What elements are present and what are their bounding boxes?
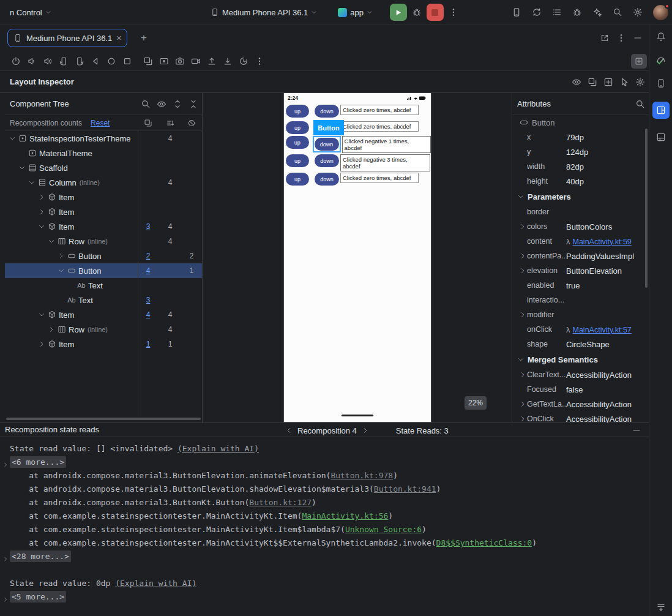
camera-icon[interactable]: [175, 56, 185, 66]
running-devices-tool-button[interactable]: [652, 102, 670, 119]
fold-chip[interactable]: <5 more...>: [10, 591, 66, 603]
down-button[interactable]: down: [315, 154, 339, 167]
collapse-all-icon[interactable]: [189, 99, 198, 109]
recomposition-count-link[interactable]: 4: [137, 310, 159, 319]
tree-row[interactable]: MaterialTheme: [5, 146, 202, 160]
tree-view-options-icon[interactable]: [157, 99, 166, 109]
chevron-right-icon[interactable]: [37, 208, 47, 216]
expand-icon[interactable]: [518, 415, 527, 423]
recomposition-count-link[interactable]: 2: [137, 252, 159, 260]
vcs-widget[interactable]: n Control: [6, 6, 55, 20]
attribute-row[interactable]: contentλMainActivity.kt:59: [512, 234, 649, 249]
new-tab-button[interactable]: +: [137, 31, 151, 45]
up-button[interactable]: up: [286, 173, 309, 186]
up-button[interactable]: up: [286, 105, 309, 118]
view-options-icon[interactable]: [572, 77, 581, 87]
scroll-to-end-icon[interactable]: [656, 603, 666, 612]
attribute-row[interactable]: border: [512, 205, 649, 219]
highlight-off-icon[interactable]: [187, 119, 196, 127]
profiler-icon[interactable]: [656, 55, 666, 65]
device-selector[interactable]: Medium Phone API 36.1: [207, 6, 321, 20]
green-link[interactable]: MainActivity.kt:56: [302, 511, 388, 520]
down-button-selected[interactable]: down: [315, 138, 339, 151]
attribute-row[interactable]: enabledtrue: [512, 278, 649, 293]
attributes-section-header[interactable]: Merged Semantics: [512, 351, 649, 367]
expand-icon[interactable]: [518, 223, 527, 230]
tree-horizontal-scrollbar[interactable]: [6, 418, 201, 420]
attribute-row[interactable]: height40dp: [512, 174, 649, 189]
search-everywhere-icon[interactable]: [613, 7, 622, 17]
skips-column-icon[interactable]: [166, 119, 174, 127]
chevron-right-icon[interactable]: [37, 340, 47, 348]
recomposition-count-link[interactable]: 3: [137, 222, 159, 231]
attribute-row[interactable]: Focusedfalse: [512, 382, 649, 397]
snapshot-icon[interactable]: [588, 77, 597, 87]
close-tab-icon[interactable]: ×: [116, 34, 121, 42]
upload-icon[interactable]: [207, 56, 217, 66]
recomposition-count-link[interactable]: 4: [137, 266, 159, 275]
tree-row[interactable]: AbText3: [5, 293, 202, 307]
down-button[interactable]: down: [315, 173, 339, 186]
tree-row[interactable]: Item34: [5, 219, 202, 234]
fold-chevron-icon[interactable]: [2, 593, 9, 607]
chevron-right-icon[interactable]: [47, 326, 56, 333]
tree-row[interactable]: Scaffold: [5, 160, 202, 175]
device-manager-icon[interactable]: [656, 78, 666, 88]
gray-link[interactable]: Button.kt:941: [374, 484, 436, 494]
expand-icon[interactable]: [518, 371, 527, 378]
profile-avatar[interactable]: [653, 5, 668, 20]
tree-row[interactable]: Button22: [5, 249, 202, 263]
tree-row[interactable]: Item44: [5, 307, 202, 322]
fold-chevron-icon[interactable]: [2, 553, 9, 566]
more-actions-icon[interactable]: [449, 7, 458, 17]
chevron-down-icon[interactable]: [17, 164, 27, 171]
tree-row[interactable]: Row(inline)4: [5, 234, 202, 249]
chevron-right-icon[interactable]: [37, 193, 47, 201]
attributes-search-icon[interactable]: [635, 99, 645, 109]
layout-inspector-tool-icon[interactable]: [656, 132, 666, 142]
attribute-row[interactable]: width82dp: [512, 159, 649, 174]
attributes-section-header[interactable]: Parameters: [512, 189, 649, 205]
attribute-row[interactable]: colorsButtonColors: [512, 219, 649, 234]
ai-assistant-icon[interactable]: [592, 7, 602, 17]
tab-options-icon[interactable]: [616, 33, 626, 43]
screenshot-icon[interactable]: [143, 56, 153, 66]
run-config-selector[interactable]: app: [334, 6, 376, 20]
component-picker-icon[interactable]: [603, 77, 613, 87]
notifications-icon[interactable]: [656, 32, 666, 42]
select-component-icon[interactable]: [619, 77, 629, 87]
build-variants-icon[interactable]: [552, 7, 562, 17]
next-recomposition-icon[interactable]: [362, 427, 369, 434]
fold-chevron-icon[interactable]: [2, 459, 9, 472]
chevron-down-icon[interactable]: [37, 311, 47, 318]
sync-icon[interactable]: [532, 7, 542, 17]
expand-all-icon[interactable]: [173, 99, 182, 109]
attribute-row[interactable]: GetTextLa...AccessibilityAction: [512, 397, 649, 411]
chevron-down-icon[interactable]: [56, 267, 66, 274]
power-button-icon[interactable]: [11, 56, 21, 66]
down-button[interactable]: down: [315, 105, 339, 118]
prev-recomposition-icon[interactable]: [285, 427, 293, 434]
attribute-row[interactable]: modifier: [512, 307, 649, 322]
volume-up-icon[interactable]: [43, 56, 53, 66]
recents-button-icon[interactable]: [122, 56, 132, 66]
ai-link[interactable]: (Explain with AI): [115, 579, 196, 588]
chevron-down-icon[interactable]: [27, 179, 37, 186]
attribute-row[interactable]: OnClickAccessibilityAction: [512, 411, 649, 423]
chevron-down-icon[interactable]: [47, 238, 56, 245]
fold-chip[interactable]: <28 more...>: [10, 550, 71, 562]
gray-link[interactable]: Button.kt:978: [330, 471, 393, 480]
up-button[interactable]: up: [286, 154, 309, 167]
tree-row[interactable]: Column(inline)4: [5, 175, 202, 190]
tree-search-icon[interactable]: [141, 99, 151, 109]
attribute-row[interactable]: interactio...: [512, 293, 649, 307]
device-screen[interactable]: 2:24 updownClicked zero times, abcdefupd…: [283, 93, 431, 423]
download-icon[interactable]: [223, 56, 233, 66]
attribute-row[interactable]: shapeCircleShape: [512, 337, 649, 351]
screen-record-icon[interactable]: [159, 56, 169, 66]
minimize-icon[interactable]: [633, 33, 643, 43]
attribute-row[interactable]: onClickλMainActivity.kt:57: [512, 322, 649, 337]
tree-row[interactable]: Item: [5, 205, 202, 219]
back-button-icon[interactable]: [91, 56, 100, 66]
reset-counts-link[interactable]: Reset: [91, 119, 110, 127]
